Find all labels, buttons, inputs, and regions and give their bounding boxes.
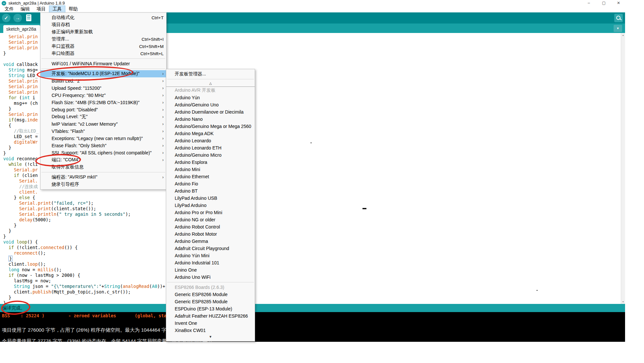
- board-menu-item-29[interactable]: Arduino Uno WiFi: [166, 274, 255, 281]
- code-segment: (!client.: [14, 245, 40, 250]
- maximize-button[interactable]: ▢: [598, 0, 609, 6]
- board-menu-item-0[interactable]: 开发板管理器...: [166, 71, 255, 78]
- submenu-arrow-icon: ›: [162, 79, 164, 83]
- tools-menu-item-5[interactable]: 串口绘图器Ctrl+Shift+L: [40, 50, 166, 57]
- code-segment: [3, 267, 8, 272]
- tools-menu-item-22[interactable]: 取得开发板信息: [40, 164, 166, 171]
- board-menu-item-14[interactable]: Arduino Mini: [166, 166, 255, 173]
- board-menu-item-21[interactable]: Arduino NG or older: [166, 216, 255, 223]
- board-menu-item-7[interactable]: Arduino Nano: [166, 116, 255, 123]
- tools-menu-item-24[interactable]: 编程器: "AVRISP mkII"›: [40, 174, 166, 181]
- tools-menu-item-10[interactable]: Builtin Led: "2"›: [40, 77, 166, 85]
- tools-menu-item-19[interactable]: Erase Flash: "Only Sketch"›: [40, 142, 166, 149]
- board-menu-item-13[interactable]: Arduino Esplora: [166, 159, 255, 166]
- board-menu-item-18[interactable]: LilyPad Arduino USB: [166, 195, 255, 202]
- board-menu-item-33[interactable]: Generic ESP8285 Module: [166, 298, 255, 305]
- board-menu-item-5[interactable]: Arduino/Genuino Uno: [166, 101, 255, 108]
- menu-item-label: 开发板: "NodeMCU 1.0 (ESP-12E Module)": [52, 71, 139, 77]
- code-segment: }: [3, 300, 6, 304]
- code-line: } else {: [3, 195, 176, 200]
- board-menu-item-24[interactable]: Arduino Gemma: [166, 238, 255, 245]
- tools-menu-item-11[interactable]: Upload Speed: "115200"›: [40, 85, 166, 92]
- scroll-up-arrow-icon[interactable]: ▲: [621, 34, 625, 36]
- menu-item-label: 串口监视器: [52, 43, 74, 49]
- tools-menu-item-17[interactable]: VTables: "Flash"›: [40, 128, 166, 135]
- menubar-item-1[interactable]: 编辑: [17, 6, 33, 12]
- board-menu-item-9[interactable]: Arduino Mega ADK: [166, 130, 255, 137]
- tools-menu-item-9[interactable]: 开发板: "NodeMCU 1.0 (ESP-12E Module)"›: [40, 70, 166, 77]
- code-segment: Serial.pr: [14, 167, 38, 172]
- board-menu-item-23[interactable]: Arduino Robot Motor: [166, 230, 255, 238]
- board-menu-item-35[interactable]: Adafruit Feather HUZZAH ESP8266: [166, 312, 255, 320]
- tools-menu-item-15[interactable]: Debug Level: "无"›: [40, 113, 166, 120]
- code-segment: Serial.prin: [8, 78, 38, 84]
- tools-menu-item-21[interactable]: 端口: "COM4"›: [40, 156, 166, 164]
- title-bar: ∞ sketch_apr28a | Arduino 1.8.9 – ▢ ✕: [0, 0, 625, 7]
- tools-menu-item-20[interactable]: SSL Support: "All SSL ciphers (most comp…: [40, 149, 166, 156]
- menu-item-label: Flash Size: "4MB (FS:2MB OTA:~1019KB)": [52, 100, 139, 105]
- tools-menu-item-3[interactable]: 管理库...Ctrl+Shift+I: [40, 36, 166, 43]
- new-sketch-button[interactable]: [26, 14, 31, 21]
- serial-monitor-button[interactable]: [614, 14, 623, 22]
- tools-menu-item-14[interactable]: Debug port: "Disabled"›: [40, 106, 166, 113]
- board-menu-item-4[interactable]: Arduino Yún: [166, 94, 255, 101]
- tools-menu-item-7[interactable]: WiFi101 / WiFiNINA Firmware Updater: [40, 60, 166, 67]
- board-menu-item-37[interactable]: XinaBox CW01: [166, 327, 255, 334]
- menubar-item-2[interactable]: 项目: [33, 6, 49, 12]
- menu-item-label: 烧录引导程序: [52, 182, 79, 187]
- tools-menu-item-12[interactable]: CPU Frequency: "80 MHz"›: [40, 92, 166, 99]
- board-menu-item-15[interactable]: Arduino Ethernet: [166, 173, 255, 180]
- code-segment: (: [120, 284, 123, 289]
- code-segment: (now - lastMsg > 2000) {: [14, 273, 80, 278]
- menu-item-label: Debug port: "Disabled": [52, 107, 98, 112]
- board-menu-item-25[interactable]: Adafruit Circuit Playground: [166, 245, 255, 252]
- minimize-button[interactable]: –: [583, 0, 594, 6]
- tools-menu-item-4[interactable]: 串口监视器Ctrl+Shift+M: [40, 43, 166, 50]
- board-menu-item-27[interactable]: Arduino Industrial 101: [166, 259, 255, 266]
- board-menu-item-26[interactable]: Arduino Yún Mini: [166, 252, 255, 259]
- stray-dot-mark: [537, 290, 538, 291]
- board-menu-item-20[interactable]: Arduino Pro or Pro Mini: [166, 209, 255, 216]
- code-segment: [3, 128, 14, 134]
- scroll-down-indicator[interactable]: ▼: [166, 334, 255, 340]
- upload-button[interactable]: →: [13, 14, 22, 22]
- menu-item-label: CPU Frequency: "80 MHz": [52, 93, 106, 98]
- tools-menu-item-2[interactable]: 修正编码并重新加载: [40, 28, 166, 36]
- board-menu-item-22[interactable]: Arduino Robot Control: [166, 223, 255, 230]
- editor-scrollbar[interactable]: ▲ ▼: [621, 33, 625, 304]
- menubar-item-3[interactable]: 工具: [49, 6, 65, 12]
- tools-menu-item-16[interactable]: lwIP Variant: "v2 Lower Memory"›: [40, 120, 166, 128]
- board-menu-item-16[interactable]: Arduino Fio: [166, 180, 255, 187]
- code-segment: [3, 39, 8, 45]
- tools-menu-item-0[interactable]: 自动格式化Ctrl+T: [40, 14, 166, 21]
- board-menu-item-32[interactable]: Generic ESP8266 Module: [166, 291, 255, 298]
- board-menu-item-34[interactable]: ESPDuino (ESP-13 Module): [166, 305, 255, 312]
- close-button[interactable]: ✕: [613, 0, 624, 6]
- code-segment: loop: [27, 261, 38, 267]
- board-menu-item-11[interactable]: Arduino Leonardo ETH: [166, 144, 255, 151]
- board-menu-item-36[interactable]: Invent One: [166, 320, 255, 327]
- board-menu-item-17[interactable]: Arduino BT: [166, 187, 255, 195]
- tools-menu-item-1[interactable]: 项目存档: [40, 21, 166, 28]
- verify-button[interactable]: ✓: [2, 14, 10, 22]
- menu-item-label: SSL Support: "All SSL ciphers (most comp…: [52, 150, 152, 155]
- menubar-item-0[interactable]: 文件: [1, 6, 17, 12]
- board-menu-item-10[interactable]: Arduino Leonardo: [166, 137, 255, 144]
- scroll-up-indicator[interactable]: △: [166, 81, 255, 87]
- code-line: }: [3, 223, 176, 228]
- scroll-down-arrow-icon[interactable]: ▼: [621, 301, 625, 303]
- tools-menu-item-25[interactable]: 烧录引导程序: [40, 181, 166, 188]
- tools-menu-item-18[interactable]: Exceptions: "Legacy (new can return null…: [40, 135, 166, 142]
- menubar-item-4[interactable]: 帮助: [65, 6, 81, 12]
- menu-bar: 文件编辑项目工具帮助: [0, 6, 625, 12]
- board-menu-item-28[interactable]: Linino One: [166, 266, 255, 274]
- tab-dropdown-button[interactable]: ▼: [614, 25, 622, 32]
- code-segment: now =: [19, 267, 38, 272]
- board-menu-item-8[interactable]: Arduino/Genuino Mega or Mega 2560: [166, 123, 255, 130]
- tools-menu-item-13[interactable]: Flash Size: "4MB (FS:2MB OTA:~1019KB)"›: [40, 99, 166, 106]
- board-menu-item-19[interactable]: LilyPad Arduino: [166, 202, 255, 209]
- code-segment: (clien: [19, 173, 38, 178]
- tab-sketch[interactable]: sketch_apr28a: [3, 25, 40, 33]
- board-menu-item-12[interactable]: Arduino/Genuino Micro: [166, 151, 255, 159]
- board-menu-item-6[interactable]: Arduino Duemilanove or Diecimila: [166, 108, 255, 116]
